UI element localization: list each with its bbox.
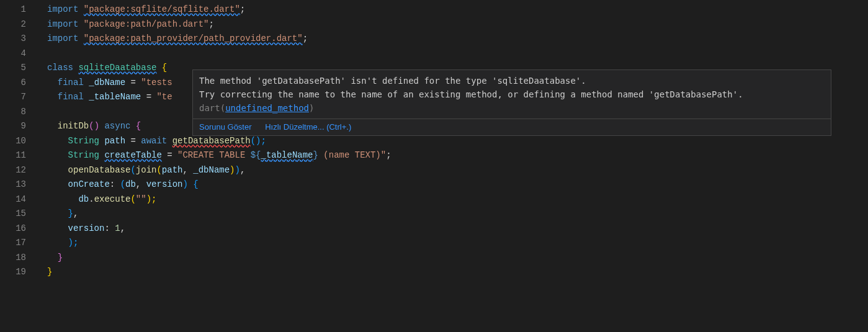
line-number: 3 bbox=[0, 32, 26, 47]
line-number: 11 bbox=[0, 148, 26, 163]
line-number: 9 bbox=[0, 119, 26, 134]
line-number: 8 bbox=[0, 105, 26, 120]
line-number: 12 bbox=[0, 163, 26, 178]
diagnostic-message: The method 'getDatabasePath' isn't defin… bbox=[193, 70, 831, 119]
line-number: 17 bbox=[0, 236, 26, 251]
code-line[interactable]: openDatabase(join(path, _dbName)), bbox=[47, 163, 868, 178]
line-number: 19 bbox=[0, 265, 26, 280]
code-line[interactable]: db.execute(""); bbox=[47, 192, 868, 207]
diagnostic-actions: Sorunu Göster Hızlı Düzeltme... (Ctrl+.) bbox=[193, 119, 831, 135]
code-line[interactable]: version: 1, bbox=[47, 222, 868, 236]
code-line[interactable]: String createTable = "CREATE TABLE ${_ta… bbox=[47, 148, 868, 163]
line-number: 15 bbox=[0, 207, 26, 222]
code-line[interactable]: } bbox=[47, 265, 868, 280]
code-line[interactable]: import "package:sqflite/sqflite.dart"; bbox=[47, 2, 868, 17]
line-number: 14 bbox=[0, 192, 26, 207]
code-line[interactable]: } bbox=[47, 251, 868, 266]
code-line[interactable]: onCreate: (db, version) { bbox=[47, 177, 868, 192]
code-line[interactable]: ); bbox=[47, 236, 868, 251]
show-problem-link[interactable]: Sorunu Göster bbox=[199, 122, 252, 132]
line-number: 10 bbox=[0, 134, 26, 149]
diagnostic-hover-tooltip: The method 'getDatabasePath' isn't defin… bbox=[192, 70, 831, 136]
code-editor: 1 2 3 4 5 6 7 8 9 10 11 12 13 14 15 16 1… bbox=[0, 0, 868, 332]
code-line[interactable]: String path = await getDatabasePath(); bbox=[47, 134, 868, 149]
code-line[interactable]: }, bbox=[47, 207, 868, 222]
line-number-gutter: 1 2 3 4 5 6 7 8 9 10 11 12 13 14 15 16 1… bbox=[0, 0, 37, 332]
line-number: 7 bbox=[0, 90, 26, 105]
code-line[interactable]: import "package:path_provider/path_provi… bbox=[47, 32, 868, 47]
line-number: 1 bbox=[0, 2, 26, 17]
diagnostic-code-link[interactable]: undefined_method bbox=[225, 103, 309, 113]
code-line[interactable] bbox=[47, 47, 868, 61]
line-number: 5 bbox=[0, 61, 26, 76]
line-number: 16 bbox=[0, 222, 26, 236]
line-number: 18 bbox=[0, 251, 26, 266]
line-number: 2 bbox=[0, 17, 26, 32]
code-content[interactable]: import "package:sqflite/sqflite.dart"; i… bbox=[37, 0, 868, 332]
line-number: 13 bbox=[0, 177, 26, 192]
code-line[interactable]: import "package:path/path.dart"; bbox=[47, 17, 868, 32]
quick-fix-link[interactable]: Hızlı Düzeltme... (Ctrl+.) bbox=[265, 122, 351, 132]
line-number: 6 bbox=[0, 76, 26, 91]
line-number: 4 bbox=[0, 47, 26, 61]
